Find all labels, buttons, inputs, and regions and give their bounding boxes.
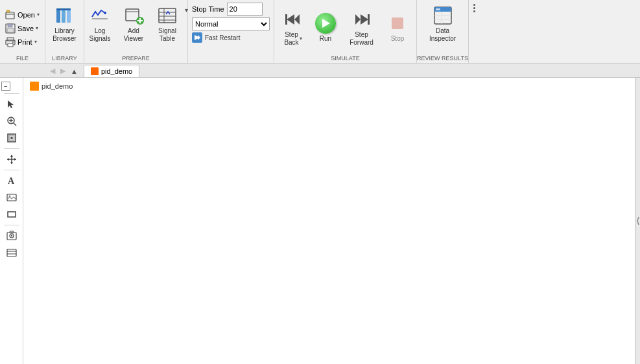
svg-rect-4: [7, 28, 14, 32]
svg-rect-7: [8, 43, 13, 47]
svg-marker-41: [8, 100, 14, 108]
ribbon-toolbar: Open ▾ Save ▾: [0, 0, 640, 63]
stop-time-label: Stop Time: [192, 5, 224, 13]
sidebar-divider-3: [4, 170, 19, 170]
svg-marker-53: [10, 162, 13, 164]
expand-button[interactable]: −: [1, 82, 10, 91]
stop-time-input[interactable]: [227, 3, 263, 16]
review-group: Data Inspector REVIEW RESULTS: [417, 0, 469, 63]
more-dot-3: [473, 10, 475, 12]
signal-table-icon: [157, 5, 178, 26]
svg-rect-34: [392, 17, 403, 29]
open-label: Open: [18, 11, 35, 19]
stop-label: Stop: [391, 35, 405, 43]
pan-icon: [6, 154, 17, 165]
svg-rect-1: [6, 10, 10, 12]
sidebar-divider-4: [4, 225, 19, 225]
svg-point-62: [10, 235, 12, 236]
more-options-button[interactable]: [469, 3, 479, 14]
log-signals-icon: [89, 5, 110, 26]
save-button[interactable]: Save ▾: [3, 22, 42, 35]
model-icon: [30, 82, 39, 91]
zoom-region-tool-button[interactable]: [3, 113, 20, 129]
log-signals-button[interactable]: Log Signals: [84, 3, 116, 45]
signal-table-label: Signal Table: [155, 27, 180, 43]
nav-up-button[interactable]: ▲: [69, 67, 80, 76]
svg-rect-59: [8, 212, 16, 217]
library-section-label: LIBRARY: [45, 55, 84, 62]
nav-forward-button[interactable]: ▶: [58, 66, 67, 76]
review-group-content: Data Inspector: [420, 1, 466, 62]
image-tool-button[interactable]: [3, 190, 20, 205]
simulation-mode-select[interactable]: Normal Accelerator Rapid Accelerator Ext…: [192, 17, 270, 30]
step-forward-button[interactable]: Step Forward: [342, 6, 381, 49]
add-viewer-icon: [123, 5, 144, 26]
stop-icon: [387, 13, 408, 34]
data-inspector-button[interactable]: Data Inspector: [420, 3, 466, 45]
svg-marker-55: [14, 158, 16, 161]
step-back-dropdown: ▾: [300, 36, 302, 41]
fast-restart-icon: [192, 32, 202, 43]
simulate-group-content: StepBack ▾ Run: [277, 1, 414, 62]
step-back-icon: [283, 9, 303, 30]
text-tool-button[interactable]: A: [3, 173, 20, 188]
pointer-tool-button[interactable]: [3, 97, 20, 112]
prepare-dropdown-arrow[interactable]: ▾: [185, 3, 188, 14]
toggle-icon: [636, 214, 640, 227]
pan-tool-button[interactable]: [3, 152, 20, 167]
log-signals-label: Log Signals: [88, 27, 112, 43]
add-viewer-label: Add Viewer: [121, 27, 146, 43]
print-button[interactable]: Print ▾: [3, 36, 42, 49]
svg-rect-40: [436, 8, 440, 10]
normal-select-row: Normal Accelerator Rapid Accelerator Ext…: [192, 17, 270, 30]
run-triangle: [322, 19, 330, 28]
fast-restart-row[interactable]: Fast Restart: [192, 32, 270, 43]
prepare-section-label: PREPARE: [84, 55, 187, 62]
app-window: Open ▾ Save ▾: [0, 0, 640, 364]
review-section-label: REVIEW RESULTS: [417, 55, 468, 62]
fit-view-tool-button[interactable]: [3, 130, 20, 146]
right-panel-toggle[interactable]: [635, 78, 640, 364]
svg-rect-20: [159, 8, 176, 23]
open-button[interactable]: Open ▾: [3, 8, 42, 21]
step-back-button[interactable]: StepBack ▾: [277, 6, 309, 49]
fit-view-icon: [6, 133, 17, 143]
open-dropdown-icon: ▾: [37, 12, 40, 17]
print-label: Print: [18, 38, 32, 46]
screenshot-tool-button[interactable]: [3, 228, 20, 244]
rect-tool-button[interactable]: [3, 207, 20, 222]
pointer-icon: [6, 99, 17, 109]
file-group: Open ▾ Save ▾: [0, 0, 45, 63]
svg-marker-31: [361, 14, 368, 25]
fast-restart-label: Fast Restart: [205, 34, 240, 41]
text-icon: A: [6, 176, 17, 186]
svg-marker-26: [198, 35, 200, 40]
bottom-tool-button[interactable]: [3, 245, 20, 260]
svg-line-43: [14, 123, 16, 126]
library-group-content: LibraryBrowser: [49, 1, 81, 62]
library-browser-label: LibraryBrowser: [53, 27, 77, 43]
svg-rect-33: [368, 14, 370, 25]
run-label: Run: [320, 35, 331, 43]
save-icon: [5, 23, 16, 34]
save-label: Save: [18, 25, 34, 32]
svg-rect-12: [56, 8, 71, 10]
model-name-label: pid_demo: [41, 82, 73, 90]
nav-back-button[interactable]: ◀: [48, 66, 57, 76]
tab-model-icon: [91, 67, 99, 75]
bottom-tool-icon: [6, 247, 17, 258]
stop-button[interactable]: Stop: [381, 10, 414, 45]
data-inspector-label: Data Inspector: [423, 27, 462, 43]
data-inspector-icon: [433, 5, 453, 26]
add-viewer-button[interactable]: Add Viewer: [117, 3, 150, 45]
signal-table-button[interactable]: Signal Table: [151, 3, 184, 45]
stop-time-row: Stop Time: [192, 3, 270, 16]
prepare-expand-icon: ▾: [185, 6, 188, 14]
svg-marker-27: [287, 14, 294, 25]
library-group: LibraryBrowser LIBRARY: [45, 0, 84, 63]
run-button[interactable]: Run: [309, 10, 342, 45]
active-tab[interactable]: pid_demo: [84, 65, 139, 77]
library-browser-button[interactable]: LibraryBrowser: [49, 3, 81, 45]
svg-rect-13: [92, 18, 108, 19]
prepare-group: Log Signals Add Viewer: [84, 0, 188, 63]
